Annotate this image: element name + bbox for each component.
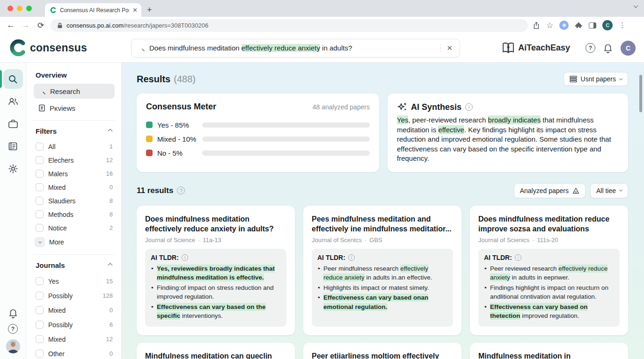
info-icon[interactable]: i bbox=[182, 254, 188, 261]
tier-filter-button[interactable]: All tiee bbox=[590, 183, 628, 198]
filter-label: Mixed bbox=[48, 336, 102, 343]
filter-label: All bbox=[48, 143, 105, 151]
app-header: consensus Does mindfulness meditation ef… bbox=[0, 34, 644, 63]
url-domain: consensus.po.ai.com bbox=[66, 22, 124, 29]
tldr-bullet: Effectiveness can vary based onan emotio… bbox=[317, 293, 447, 311]
back-button[interactable]: ← bbox=[6, 21, 16, 30]
text-segment: Findings highlight is impact on reucturn… bbox=[490, 284, 608, 301]
filter-checkbox-row[interactable]: Mixed 12 bbox=[34, 332, 115, 346]
checkbox[interactable] bbox=[36, 335, 44, 343]
results-bar-buttons: Analyzed papers All tiee bbox=[514, 183, 628, 198]
checkbox[interactable] bbox=[36, 292, 44, 300]
text-segment: Highlights its impact or matest simety. bbox=[323, 284, 429, 291]
checkbox[interactable] bbox=[36, 156, 44, 164]
info-icon[interactable]: i bbox=[348, 254, 355, 261]
checkbox[interactable] bbox=[36, 143, 44, 151]
checkbox[interactable] bbox=[36, 306, 44, 314]
reload-button[interactable]: ⟳ bbox=[36, 21, 46, 30]
checkbox[interactable] bbox=[36, 170, 44, 178]
clear-search-icon[interactable]: ✕ bbox=[440, 44, 454, 52]
filter-checkbox-row[interactable]: Mixed 0 bbox=[34, 303, 115, 317]
filter-checkbox-row[interactable]: Malers 16 bbox=[34, 167, 115, 180]
filter-count: 0 bbox=[110, 350, 113, 357]
info-icon[interactable]: i bbox=[515, 254, 521, 261]
filter-checkbox-row[interactable]: All 1 bbox=[34, 140, 115, 153]
view-papers-button[interactable]: Usnt papers bbox=[564, 72, 628, 86]
tab-close-icon[interactable]: ✕ bbox=[132, 7, 138, 14]
info-icon[interactable]: i bbox=[465, 103, 473, 111]
paper-card[interactable]: Mindfulness meditation in quovnranditon … bbox=[470, 343, 628, 359]
paper-code: 11a-13 bbox=[203, 237, 221, 244]
checkbox[interactable] bbox=[36, 350, 44, 358]
minimize-window-button[interactable] bbox=[17, 6, 22, 11]
filter-checkbox-row[interactable]: Elechers 12 bbox=[34, 153, 115, 167]
checkbox[interactable] bbox=[36, 321, 44, 329]
filter-checkbox-row[interactable]: Other 0 bbox=[34, 346, 115, 359]
filter-checkbox-row[interactable]: Possibly 128 bbox=[34, 288, 115, 303]
sidebar-item-overview[interactable]: Overview bbox=[34, 70, 115, 84]
meta-dot: · bbox=[365, 237, 366, 244]
help-icon[interactable]: ? bbox=[585, 43, 595, 53]
filter-checkbox-row[interactable]: Yes 15 bbox=[34, 274, 115, 288]
rail-settings-item[interactable] bbox=[3, 159, 23, 179]
forward-button[interactable]: → bbox=[21, 21, 31, 30]
rail-projects-item[interactable] bbox=[3, 114, 23, 134]
search-input[interactable]: Does mindfulness meditation effectively … bbox=[131, 39, 460, 57]
share-icon[interactable] bbox=[533, 22, 540, 29]
scrollbar[interactable] bbox=[639, 75, 642, 112]
checkbox[interactable] bbox=[36, 183, 44, 191]
rail-documents-item[interactable] bbox=[3, 136, 23, 156]
paper-card[interactable]: Peer etiiarliness moltiom effectively re… bbox=[303, 343, 461, 359]
filter-checkbox-row[interactable]: Methods 8 bbox=[34, 208, 115, 221]
paper-card[interactable]: Pees mindfulness meditation and effectiv… bbox=[303, 206, 461, 335]
sidebar-item-previews[interactable]: Pĸviews bbox=[34, 101, 115, 115]
close-window-button[interactable] bbox=[7, 6, 13, 11]
search-query-text: Does mindfulness meditation effectively … bbox=[149, 44, 436, 52]
browser-profile-avatar[interactable]: C bbox=[602, 20, 613, 30]
ai-synthesis-card: AI Synthesis i Yes, peer-reviewed resear… bbox=[388, 93, 628, 172]
filters-section-header[interactable]: Filters bbox=[34, 126, 115, 140]
checkbox[interactable] bbox=[36, 210, 44, 218]
sidebar-item-research[interactable]: Research bbox=[34, 84, 115, 99]
paper-journal: Journal of Science bbox=[145, 237, 195, 244]
maximize-window-button[interactable] bbox=[26, 6, 32, 11]
new-tab-button[interactable]: + bbox=[147, 5, 152, 15]
browser-menu-icon[interactable]: ⋮ bbox=[619, 21, 626, 29]
checkbox[interactable] bbox=[36, 224, 44, 232]
checkbox[interactable] bbox=[36, 277, 44, 285]
profile-photo-avatar[interactable] bbox=[6, 339, 20, 353]
paper-title: Does mindfulness meditation reduce impro… bbox=[478, 214, 620, 234]
window-chevron-down-icon[interactable] bbox=[634, 3, 638, 8]
rail-people-item[interactable] bbox=[3, 92, 23, 111]
filter-checkbox-row[interactable]: Possibly 6 bbox=[34, 317, 115, 332]
side-panel-icon[interactable] bbox=[589, 22, 596, 29]
journals-section-header[interactable]: Journals bbox=[34, 260, 115, 274]
meter-track bbox=[202, 122, 370, 128]
brand-text: AiTeachEasy bbox=[518, 43, 570, 53]
filter-checkbox-row[interactable]: Notice 2 bbox=[34, 221, 115, 235]
user-avatar[interactable]: C bbox=[621, 41, 636, 56]
paper-card[interactable]: Does mindfulness meditation reduce impro… bbox=[470, 206, 628, 335]
analyzed-papers-button[interactable]: Analyzed papers bbox=[514, 183, 585, 198]
tab-title: Consensus AI Research Porta bbox=[60, 7, 129, 14]
extensions-puzzle-icon[interactable] bbox=[575, 22, 583, 29]
rail-search-item[interactable] bbox=[3, 69, 23, 89]
results-help-icon[interactable]: ? bbox=[177, 187, 185, 194]
notification-bell-icon[interactable] bbox=[603, 43, 613, 53]
browser-tab[interactable]: Consensus AI Research Porta ✕ bbox=[45, 3, 141, 17]
more-button[interactable]: More bbox=[34, 235, 115, 250]
filter-checkbox-row[interactable]: Mixed 0 bbox=[34, 180, 115, 194]
tldr-bullets: Peer mindfulness research effectively re… bbox=[317, 264, 447, 312]
paper-card[interactable]: Does mindfulness meditation effectively … bbox=[137, 206, 295, 335]
checkbox[interactable] bbox=[36, 197, 44, 205]
main-panel: Results (488) Usnt papers Consensus Mete… bbox=[122, 63, 644, 359]
extension-badge-icon[interactable]: ❋ bbox=[559, 21, 569, 30]
url-bar[interactable]: consensus.po.ai.com/research/japers=308T… bbox=[51, 19, 528, 32]
bell-icon[interactable] bbox=[8, 308, 18, 318]
help-icon[interactable]: ? bbox=[8, 324, 18, 334]
filter-checkbox-row[interactable]: Slaudiers 8 bbox=[34, 194, 115, 208]
summary-cards: Consensus Meter 48 analyzed papers Yes -… bbox=[137, 93, 628, 172]
consensus-logo[interactable]: consensus bbox=[8, 39, 131, 57]
bookmark-star-icon[interactable]: ☆ bbox=[546, 21, 553, 30]
paper-card[interactable]: Mindfulness meditation can queclin tland… bbox=[137, 343, 295, 359]
